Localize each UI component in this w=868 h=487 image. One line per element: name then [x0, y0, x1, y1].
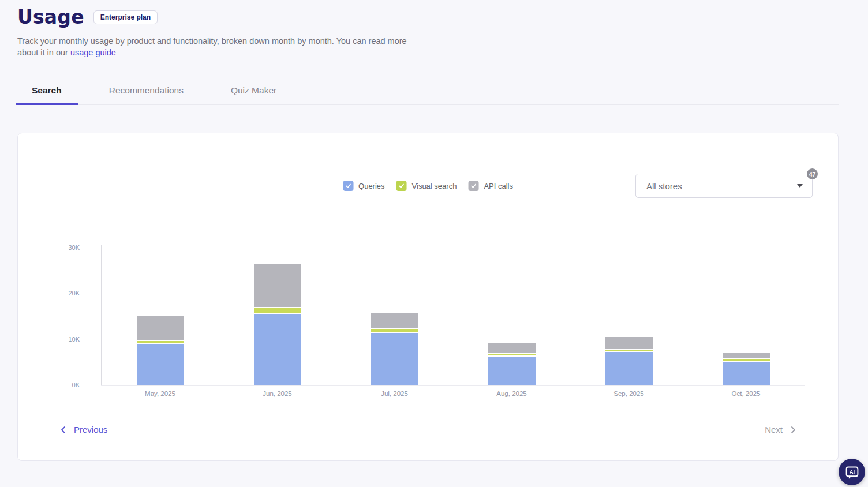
tab-bar: Search Recommendations Quiz Maker: [16, 78, 839, 105]
bar-segment-visual-search[interactable]: [488, 354, 536, 355]
legend-item-api-calls[interactable]: API calls: [468, 181, 513, 191]
stacked-bar[interactable]: [137, 316, 184, 385]
stacked-bar[interactable]: [605, 337, 653, 385]
bar-slot: Oct, 2025: [687, 248, 805, 385]
legend-item-visual-search[interactable]: Visual search: [396, 181, 457, 191]
bar-segment-api-calls[interactable]: [254, 264, 301, 307]
bar-segment-queries[interactable]: [605, 352, 653, 385]
page-header: Usage Enterprise plan Track your monthly…: [0, 0, 868, 58]
checkbox-checked-icon[interactable]: [396, 181, 407, 191]
usage-card: Queries Visual search API calls: [17, 133, 839, 461]
y-axis-tick: 10K: [68, 336, 80, 343]
y-axis-tick: 30K: [68, 244, 80, 251]
stacked-bar[interactable]: [371, 313, 418, 385]
bar-segment-api-calls[interactable]: [137, 316, 184, 340]
y-axis-tick: 0K: [72, 381, 80, 388]
bar-segment-api-calls[interactable]: [605, 337, 653, 349]
x-axis-label: Aug, 2025: [453, 390, 570, 397]
bar-segment-api-calls[interactable]: [723, 353, 770, 358]
bar-segment-visual-search[interactable]: [137, 341, 184, 343]
bar-segment-queries[interactable]: [488, 357, 536, 385]
legend-label: API calls: [484, 182, 513, 190]
store-count-badge: 47: [807, 168, 818, 179]
bar-segment-visual-search[interactable]: [605, 350, 653, 351]
stacked-bar[interactable]: [488, 343, 536, 385]
checkbox-checked-icon[interactable]: [343, 181, 353, 191]
page-title: Usage: [17, 6, 84, 28]
previous-label: Previous: [74, 425, 107, 434]
chevron-down-icon: [797, 184, 803, 188]
chevron-right-icon: [788, 425, 798, 434]
chart-plot-area: May, 2025Jun, 2025Jul, 2025Aug, 2025Sep,…: [102, 248, 805, 385]
store-select-wrap: All stores 47: [635, 174, 813, 198]
chart-legend: Queries Visual search API calls: [343, 181, 513, 191]
x-axis-label: Sep, 2025: [570, 390, 687, 397]
tab-label: Recommendations: [109, 85, 184, 95]
bar-segment-visual-search[interactable]: [371, 329, 418, 332]
tab-search[interactable]: Search: [16, 78, 78, 104]
y-axis: 0K10K20K30K: [18, 248, 80, 385]
ai-assistant-button[interactable]: AI: [839, 459, 865, 485]
bar-slot: Jul, 2025: [336, 248, 453, 385]
bar-segment-visual-search[interactable]: [254, 308, 301, 313]
chevron-left-icon: [59, 425, 68, 434]
tab-label: Quiz Maker: [231, 85, 276, 95]
stacked-bar[interactable]: [723, 353, 770, 385]
bar-segment-api-calls[interactable]: [488, 343, 536, 353]
chart-controls: Queries Visual search API calls: [18, 174, 838, 198]
bar-slot: Jun, 2025: [219, 248, 336, 385]
stacked-bar[interactable]: [254, 264, 301, 385]
bar-segment-queries[interactable]: [254, 314, 301, 385]
usage-guide-link[interactable]: usage guide: [70, 48, 116, 57]
previous-button[interactable]: Previous: [59, 425, 107, 434]
ai-chat-bubble-icon: AI: [844, 464, 860, 480]
plan-badge: Enterprise plan: [93, 10, 158, 24]
legend-item-queries[interactable]: Queries: [343, 181, 385, 191]
tab-label: Search: [32, 85, 62, 95]
x-axis-label: Jul, 2025: [336, 390, 453, 397]
store-select[interactable]: All stores: [635, 174, 813, 198]
legend-label: Queries: [358, 182, 385, 190]
checkbox-checked-icon[interactable]: [468, 181, 478, 191]
bar-segment-visual-search[interactable]: [723, 359, 770, 361]
bar-segment-queries[interactable]: [137, 344, 184, 385]
page-description: Track your monthly usage by product and …: [17, 35, 416, 58]
bar-slot: Aug, 2025: [453, 248, 570, 385]
usage-page: Usage Enterprise plan Track your monthly…: [0, 0, 868, 461]
y-axis-tick: 20K: [68, 290, 80, 297]
bar-slot: May, 2025: [102, 248, 219, 385]
chart-pagination: Previous Next: [59, 425, 798, 434]
ai-icon-label: AI: [849, 468, 855, 474]
usage-chart: 0K10K20K30K May, 2025Jun, 2025Jul, 2025A…: [18, 248, 838, 403]
bar-segment-api-calls[interactable]: [371, 313, 418, 328]
x-axis-label: Jun, 2025: [219, 390, 336, 397]
bar-slot: Sep, 2025: [570, 248, 687, 385]
store-select-value: All stores: [646, 181, 682, 191]
tab-quiz-maker[interactable]: Quiz Maker: [215, 78, 293, 104]
next-label: Next: [765, 425, 783, 434]
tab-recommendations[interactable]: Recommendations: [93, 78, 200, 104]
bar-segment-queries[interactable]: [371, 333, 418, 385]
bar-segment-queries[interactable]: [723, 362, 770, 385]
next-button[interactable]: Next: [765, 425, 798, 434]
x-axis-label: May, 2025: [102, 390, 219, 397]
legend-label: Visual search: [412, 182, 457, 190]
x-axis-label: Oct, 2025: [687, 390, 805, 397]
